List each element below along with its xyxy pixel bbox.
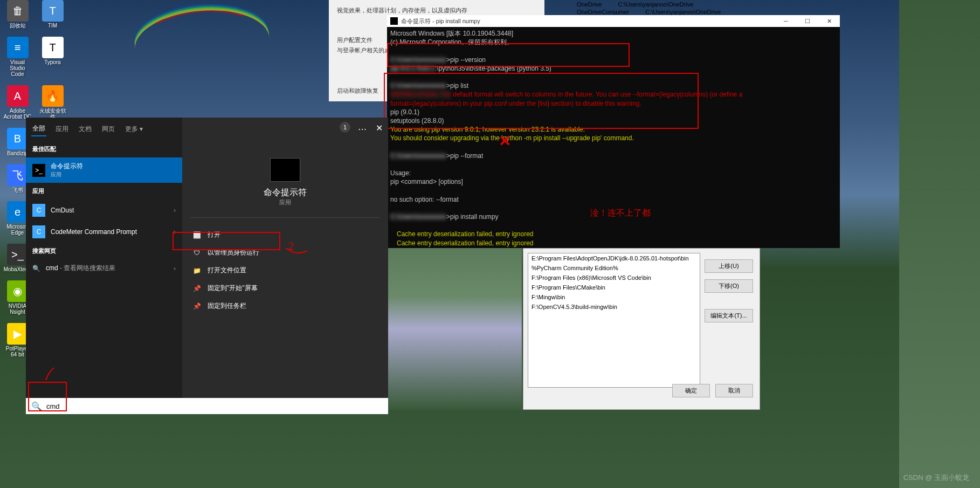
cmd-icon: >_ (32, 164, 45, 177)
cancel-button[interactable]: 取消 (715, 384, 753, 397)
search-input[interactable] (46, 402, 383, 410)
result-cmd-prompt[interactable]: >_ 命令提示符 应用 (26, 157, 182, 183)
result-sub: 应用 (51, 171, 176, 178)
cmd-line: Cache entry deserialization failed, entr… (390, 230, 837, 238)
path-name: OneDriveConsumer (577, 9, 629, 15)
env-path-list[interactable]: E:\Program Files\AdoptOpenJDK\jdk-8.0.26… (528, 253, 700, 388)
tab-web[interactable]: 网页 (101, 122, 116, 136)
path-value: C:\Users\yanjanoo\OneDrive (618, 1, 693, 8)
ok-button[interactable]: 确定 (672, 384, 710, 397)
red-box-annotation (28, 382, 67, 411)
cmd-line: pip <command> [options] (390, 177, 837, 186)
result-codemeter[interactable]: C CodeMeter Command Prompt › (26, 221, 182, 243)
result-title: CmDust (51, 207, 168, 214)
folder-icon: 📁 (192, 267, 201, 274)
search-bar[interactable]: 🔍 (26, 398, 388, 414)
tab-docs[interactable]: 文档 (78, 122, 93, 136)
cmd-line: Microsoft Windows [版本 10.0.19045.3448] (390, 29, 837, 38)
red-arrow-annotation (43, 367, 65, 383)
cmd-line: Cache entry deserialization failed, entr… (390, 239, 837, 248)
chevron-right-icon: › (174, 207, 176, 214)
cmd-line: >pip install numpy (446, 213, 498, 221)
env-item[interactable]: %PyCharm Community Edition% (528, 263, 700, 273)
redacted: C:\Users\xxxxxxxxx (390, 152, 446, 160)
redacted: C:\Users\xxxxxxxxx (390, 212, 446, 221)
edit-text-button[interactable]: 编辑文本(T)... (705, 309, 753, 322)
start-menu-search: 全部 应用 文档 网页 更多 ▾ 最佳匹配 >_ 命令提示符 应用 应用 C C… (26, 118, 388, 413)
env-paths-table: OneDriveC:\Users\yanjanoo\OneDrive OneDr… (577, 0, 721, 16)
app-icon: C (32, 204, 45, 217)
waterfall-image (388, 248, 522, 410)
red-box-annotation (387, 43, 630, 67)
result-cmdust[interactable]: C CmDust › (26, 200, 182, 221)
result-title: CodeMeter Command Prompt (51, 228, 168, 236)
desktop-icon-recycle[interactable]: 🗑回收站 (3, 0, 32, 29)
right-edge-bg (899, 0, 980, 488)
cmd-line: Usage: (390, 169, 837, 177)
action-pin-taskbar[interactable]: 📌固定到任务栏 (190, 297, 380, 315)
chevron-right-icon: › (174, 265, 176, 272)
close-icon[interactable]: ✕ (376, 123, 383, 133)
result-web-search[interactable]: 🔍 cmd - 查看网络搜索结果 › (26, 259, 182, 277)
env-edit-dialog: E:\Program Files\AdoptOpenJDK\jdk-8.0.26… (523, 248, 760, 410)
red-box-annotation (172, 232, 280, 250)
section-best-match: 最佳匹配 (26, 141, 182, 157)
badge-count: 1 (340, 122, 350, 133)
cmd-line: You should consider upgrading via the 'p… (390, 134, 837, 142)
red-curve-annotation (283, 245, 310, 262)
env-item[interactable]: F:\Mingw\bin (528, 292, 700, 302)
cmd-line: >pip --format (446, 152, 483, 160)
preview-cmd-icon (270, 158, 300, 182)
path-value: C:\Users\yanjanoo\OneDrive (645, 9, 721, 15)
env-item[interactable]: F:\Program Files (x86)\Microsoft VS Code… (528, 273, 700, 283)
move-down-button[interactable]: 下移(O) (705, 279, 753, 293)
env-item[interactable]: F:\Program Files\CMake\bin (528, 283, 700, 292)
preview-title: 命令提示符 (190, 187, 380, 198)
watermark: CSDN @ 玉面小蛟龙 (903, 473, 969, 483)
cmd-titlebar[interactable]: 命令提示符 - pip install numpy ─ ☐ ✕ (387, 15, 840, 27)
search-preview-panel: 1 ⋯ ✕ 命令提示符 应用 ⬜打开 🛡以管理员身份运行 📁打开文件位置 📌固定… (182, 118, 388, 413)
more-button[interactable]: ⋯ (358, 124, 367, 134)
preview-sub: 应用 (190, 198, 380, 207)
minimize-button[interactable]: ─ (775, 15, 797, 27)
red-box-annotation (384, 73, 699, 129)
action-location[interactable]: 📁打开文件位置 (190, 262, 380, 279)
env-item[interactable]: E:\Program Files\AdoptOpenJDK\jdk-8.0.26… (528, 253, 700, 263)
desktop-icon-huorong[interactable]: 🔥火绒安全软件 (38, 85, 67, 120)
env-item[interactable]: F:\OpenCV4.5.3\build-mingw\bin (528, 302, 700, 312)
path-name: OneDrive (577, 1, 602, 8)
move-up-button[interactable]: 上移(U) (705, 259, 753, 273)
search-tabs: 全部 应用 文档 网页 更多 ▾ (26, 118, 182, 141)
pin-icon: 📌 (192, 303, 201, 310)
cmd-line: no such option: --format (390, 195, 837, 204)
desktop-icon-adobe[interactable]: AAdobe Acrobat DC (3, 85, 32, 120)
tab-all[interactable]: 全部 (31, 122, 46, 136)
desktop-icon-vscode[interactable]: ≡Visual Studio Code (3, 37, 32, 77)
maximize-button[interactable]: ☐ (797, 15, 818, 27)
desktop-icon-tim[interactable]: TTIM (38, 0, 67, 29)
action-pin-start[interactable]: 📌固定到"开始"屏幕 (190, 279, 380, 297)
desktop-icon-typora[interactable]: TTypora (38, 37, 67, 77)
tab-more[interactable]: 更多 ▾ (124, 122, 144, 136)
pin-icon: 📌 (192, 285, 201, 292)
close-button[interactable]: ✕ (818, 15, 840, 27)
rainbow-decoration (132, 5, 272, 81)
tab-apps[interactable]: 应用 (54, 122, 70, 136)
app-icon: C (32, 225, 45, 238)
red-x-annotation: ✕ (499, 132, 511, 150)
cmd-title-text: 命令提示符 - pip install numpy (401, 17, 480, 25)
cmd-icon (390, 17, 398, 25)
red-annotation-text: 淦！连不上了都 (590, 208, 651, 219)
search-icon: 🔍 (32, 265, 40, 272)
sysprops-text: 视觉效果，处理器计划，内存使用，以及虚拟内存 (337, 6, 536, 15)
result-title: 命令提示符 (51, 162, 176, 171)
section-web: 搜索网页 (26, 243, 182, 259)
section-apps: 应用 (26, 183, 182, 200)
